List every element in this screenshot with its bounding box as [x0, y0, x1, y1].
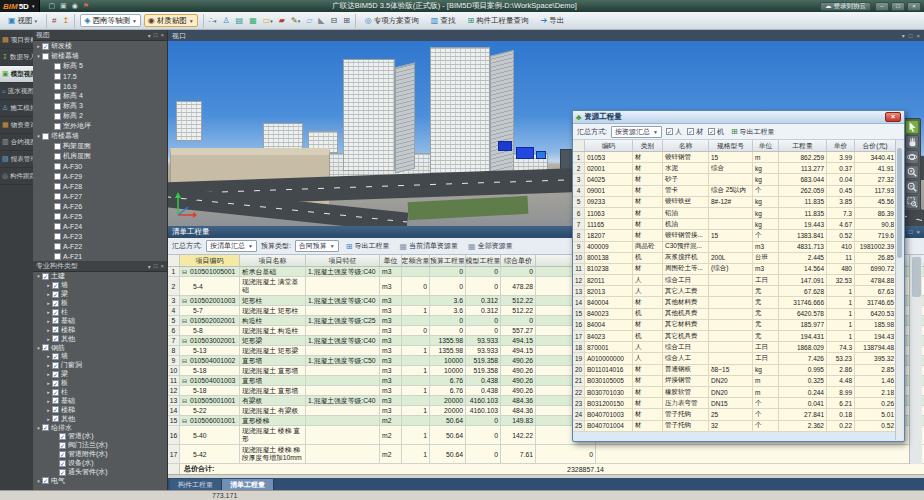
checkbox[interactable]	[54, 73, 61, 80]
checkbox[interactable]	[42, 43, 49, 50]
checkbox[interactable]	[52, 415, 59, 422]
expander-icon[interactable]: ▸	[45, 407, 52, 413]
checkbox[interactable]	[54, 253, 61, 260]
display-style-select[interactable]: ◉ 材质贴图 ▼	[144, 14, 198, 27]
column-header[interactable]	[168, 255, 180, 266]
resource-row[interactable]: 13 82013 人 其它人工费 元 67.628 1 67.63	[573, 286, 896, 297]
resource-row[interactable]: 10 800138 机 灰浆搅拌机 200L 台班 2.445 11 26.85	[573, 253, 896, 264]
column-header[interactable]	[573, 140, 585, 151]
tree-item[interactable]: 标高 4	[33, 91, 167, 101]
row-expander-icon[interactable]: ⊟	[182, 297, 189, 304]
row-expander-icon[interactable]: ⊟	[182, 417, 189, 424]
expander-icon[interactable]: ▸	[35, 43, 42, 49]
tree-item[interactable]: ▸ 板	[33, 379, 167, 388]
view-menu-button[interactable]: ▣ 视图 ▾	[4, 15, 41, 27]
tree-item[interactable]: 通头管件(水)	[33, 468, 167, 477]
tree-item[interactable]: ▸ 墙	[33, 281, 167, 290]
column-header[interactable]: 项目名称	[240, 255, 306, 266]
column-header[interactable]: 单位	[380, 255, 402, 266]
checkbox[interactable]	[59, 469, 66, 476]
resource-row[interactable]: 18 870001 人 综合工日 工日 1868.029 74.3 138794…	[573, 342, 896, 353]
checkbox[interactable]	[52, 362, 59, 369]
checkbox[interactable]	[54, 163, 61, 170]
sidebar-nav-item[interactable]: ▧ 报表管理	[0, 151, 33, 168]
tree-item[interactable]: A-F25	[33, 211, 167, 221]
checkbox[interactable]	[42, 133, 49, 140]
resource-row[interactable]: 9 400009 商品砼 C30预拌混... m3 4831.713 410 1…	[573, 242, 896, 253]
tree-item[interactable]: ▾ 土建	[33, 272, 167, 281]
tree-item[interactable]: 设备(水)	[33, 459, 167, 468]
tree-item[interactable]: ▸ 柱	[33, 308, 167, 317]
column-header[interactable]: 编码	[585, 140, 633, 151]
expander-icon[interactable]: ▸	[45, 416, 52, 422]
row-expander-icon[interactable]: ⊟	[182, 337, 189, 344]
column-header[interactable]: 规格型号	[709, 140, 753, 151]
resource-row[interactable]: 11 810238 材 周围砼土等... (综合) m3 14.564 480 …	[573, 264, 896, 275]
tree-item[interactable]: 标高 3	[33, 101, 167, 111]
checkbox[interactable]	[42, 273, 49, 280]
pin-icon[interactable]: ▾	[148, 32, 151, 39]
budget-type-select[interactable]: 合同预算 ▼	[295, 240, 339, 252]
orbit-tool[interactable]	[905, 150, 919, 164]
tree-item[interactable]: 标高 2	[33, 111, 167, 121]
tree-item[interactable]: ▾ 电气	[33, 476, 167, 485]
checkbox[interactable]	[54, 83, 61, 90]
checkbox[interactable]	[52, 371, 59, 378]
checkbox[interactable]	[708, 128, 715, 135]
tree-item[interactable]: ▸ 基础	[33, 316, 167, 325]
pin-icon[interactable]: ▾	[902, 32, 905, 39]
column-header[interactable]: 合价(元)	[855, 140, 896, 151]
expander-icon[interactable]: ▾	[35, 478, 42, 484]
sidebar-nav-item[interactable]: ◎ 构件跟踪	[0, 168, 33, 185]
checkbox[interactable]	[52, 397, 59, 404]
app-menu-button[interactable]: BIM 5D ▾	[0, 0, 40, 12]
expander-icon[interactable]: ▸	[45, 371, 52, 377]
special-plan-query-button[interactable]: ◎专项方案查询	[361, 15, 423, 27]
close-button[interactable]: ×	[907, 2, 921, 11]
resource-row[interactable]: 7 11165 材 机油 kg 19.443 4.67 90.8	[573, 219, 896, 230]
float-icon[interactable]: □	[909, 33, 913, 39]
tree-item[interactable]: ▸ 板	[33, 299, 167, 308]
all-resource-button[interactable]: ▦ 全部资源量	[465, 241, 516, 251]
tree-item[interactable]: 构架屋面	[33, 141, 167, 151]
tree-item[interactable]: ▸ 门窗洞	[33, 361, 167, 370]
checkbox[interactable]	[54, 233, 61, 240]
tree-item[interactable]: 机房屋面	[33, 151, 167, 161]
row-expander-icon[interactable]: ⊟	[182, 377, 189, 384]
checkbox[interactable]	[52, 309, 59, 316]
pan-hand-tool[interactable]	[905, 135, 919, 149]
checkbox[interactable]	[52, 291, 59, 298]
dialog-export-button[interactable]: ⊞ 导出工程量	[728, 127, 778, 137]
resource-row[interactable]: 20 B011014016 材 普通钢板 δ8~15 kg 0.995 2.86…	[573, 365, 896, 376]
checkbox[interactable]	[687, 128, 694, 135]
resource-row[interactable]: 22 B030701030 材 橡胶软管 DN20 m 0.244 8.99 2…	[573, 387, 896, 398]
sidebar-nav-item[interactable]: ▤ 项目资料	[0, 32, 33, 49]
row-expander-icon[interactable]: ⊟	[182, 268, 189, 275]
current-item-resource-button[interactable]: ▦ 当前清单资源量	[397, 241, 462, 251]
column-header[interactable]: 综合单价	[501, 255, 536, 266]
row-expander-icon[interactable]: ⊟	[182, 397, 189, 404]
tree-item[interactable]: ▸ 其他	[33, 414, 167, 423]
export-button[interactable]: ➔导出	[537, 15, 569, 27]
checkbox[interactable]	[42, 53, 49, 60]
sidebar-nav-item[interactable]: ↧ 数据导入	[0, 49, 33, 66]
float-icon[interactable]: □	[154, 263, 158, 269]
zoom-out-tool[interactable]	[905, 180, 919, 194]
tree-item[interactable]: ▸ 梁	[33, 370, 167, 379]
tree-item[interactable]: ▾ 裙楼幕墙	[33, 51, 167, 61]
checkbox[interactable]	[42, 424, 49, 431]
save-icon[interactable]: ▣	[60, 0, 67, 12]
resource-type-filter[interactable]: 机	[708, 127, 724, 137]
expander-icon[interactable]: ▸	[45, 300, 52, 306]
tree-item[interactable]: A-F30	[33, 161, 167, 171]
expander-icon[interactable]: ▾	[35, 273, 42, 279]
sidebar-nav-item[interactable]: ♙ 施工模拟	[0, 100, 33, 117]
tree-item[interactable]: A-F27	[33, 191, 167, 201]
row-expander-icon[interactable]: ⊟	[182, 357, 189, 364]
resource-row[interactable]: 5 09233 材 镀锌铁丝 8#-12# kg 11.835 3.85 45.…	[573, 197, 896, 208]
tree-item[interactable]: ▸ 梁	[33, 290, 167, 299]
row-expander-icon[interactable]: ⊟	[182, 317, 189, 324]
column-header[interactable]: 预算工程量	[430, 255, 466, 266]
column-header[interactable]: 项目特征	[306, 255, 380, 266]
tree-item[interactable]: 管道(水)	[33, 432, 167, 441]
